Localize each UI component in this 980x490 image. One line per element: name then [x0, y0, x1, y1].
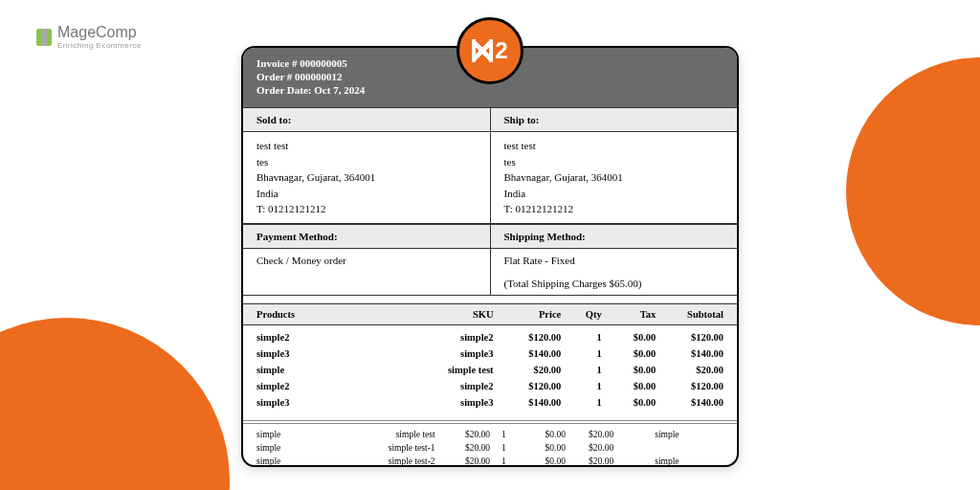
col-qty: Qty — [561, 309, 601, 320]
cell-qty: 1 — [561, 365, 601, 375]
invoice-document: Invoice # 000000005 Order # 000000012 Or… — [241, 46, 739, 467]
items-table-header: Products SKU Price Qty Tax Subtotal — [243, 303, 737, 325]
brand-name: MageComp — [57, 24, 142, 41]
brand-logo: MageComp Enriching Ecommerce — [36, 24, 142, 50]
cell-tax: $0.00 — [518, 457, 566, 466]
ship-to-name: test test — [504, 138, 724, 154]
cell-price: $20.00 — [435, 457, 490, 466]
cell-qty: 1 — [561, 348, 601, 359]
cell-product: simple2 — [256, 332, 406, 343]
col-price: Price — [494, 309, 562, 320]
payment-method-label: Payment Method: — [243, 225, 491, 248]
cell-sku: simple2 — [406, 381, 494, 391]
cell-sku: simple test — [345, 430, 434, 439]
ship-to-phone: T: 01212121212 — [504, 201, 724, 217]
sold-to-address: test test tes Bhavnagar, Gujarat, 364001… — [243, 132, 491, 223]
cell-extra: simple — [655, 430, 724, 439]
cell-qty: 1 — [561, 332, 601, 343]
cell-extra: simple — [655, 457, 724, 466]
sold-to-line2: tes — [256, 154, 477, 170]
shipping-method-label: Shipping Method: — [491, 225, 738, 248]
cell-sku: simple test-2 — [345, 457, 434, 466]
table-row: simplesimple test-2$20.001$0.00$20.00sim… — [243, 455, 737, 468]
shipping-total: (Total Shipping Charges $65.00) — [504, 278, 724, 289]
cell-sku: simple2 — [406, 332, 494, 343]
cell-sku: simple test-1 — [345, 443, 434, 453]
cell-product: simple3 — [256, 397, 406, 408]
methods-header-row: Payment Method: Shipping Method: — [243, 224, 737, 249]
cell-product: simple — [256, 430, 345, 439]
cell-price: $20.00 — [435, 430, 490, 439]
ship-to-address: test test tes Bhavnagar, Gujarat, 364001… — [491, 132, 738, 223]
cell-blank — [613, 430, 655, 439]
sold-to-country: India — [256, 186, 477, 202]
cell-tax: $0.00 — [602, 397, 657, 408]
cell-sku: simple3 — [406, 397, 494, 408]
cell-qty: 1 — [561, 397, 601, 408]
ship-to-label: Ship to: — [491, 108, 738, 131]
cell-product: simple — [256, 365, 406, 375]
cell-tax: $0.00 — [602, 365, 657, 375]
magento2-badge: 2 — [457, 17, 523, 84]
sold-to-phone: T: 01212121212 — [256, 201, 477, 217]
cell-qty: 1 — [490, 430, 518, 439]
table-row: simple2simple2$120.001$0.00$120.00 — [243, 329, 737, 345]
table-row: simplesimple test$20.001$0.00$20.00 — [243, 362, 737, 378]
ship-to-city: Bhavnagar, Gujarat, 364001 — [504, 169, 724, 186]
cell-subtotal: $140.00 — [656, 397, 724, 408]
cell-sku: simple3 — [406, 348, 494, 359]
items-table-body: simple2simple2$120.001$0.00$120.00simple… — [243, 325, 737, 414]
cell-subtotal: $20.00 — [656, 365, 724, 375]
methods-body-row: Check / Money order Flat Rate - Fixed (T… — [243, 249, 737, 296]
table-row: simplesimple test$20.001$0.00$20.00simpl… — [243, 428, 737, 441]
sold-to-name: test test — [256, 138, 477, 154]
cell-subtotal: $140.00 — [656, 348, 724, 359]
table-row: simple2simple2$120.001$0.00$120.00 — [243, 378, 737, 394]
cell-subtotal: $20.00 — [566, 443, 613, 453]
cell-qty: 1 — [490, 443, 518, 453]
col-tax: Tax — [602, 309, 657, 320]
cell-tax: $0.00 — [602, 348, 657, 359]
cell-product: simple — [256, 443, 345, 453]
decorative-circle-bottom-left — [0, 318, 230, 490]
sold-to-city: Bhavnagar, Gujarat, 364001 — [256, 169, 477, 186]
cell-price: $20.00 — [494, 365, 562, 375]
cell-tax: $0.00 — [518, 443, 566, 453]
cell-tax: $0.00 — [518, 430, 566, 439]
cell-tax: $0.00 — [602, 381, 657, 391]
cell-price: $120.00 — [494, 381, 562, 391]
order-date: Order Date: Oct 7, 2024 — [256, 84, 724, 96]
decorative-circle-top-right — [846, 57, 980, 325]
items-bottom-band: simplesimple test$20.001$0.00$20.00simpl… — [243, 420, 737, 468]
cell-qty: 1 — [490, 457, 518, 466]
cell-product: simple3 — [256, 348, 406, 359]
badge-number: 2 — [495, 37, 507, 64]
cell-price: $20.00 — [435, 443, 490, 453]
cell-product: simple2 — [256, 381, 406, 391]
cell-sku: simple test — [406, 365, 494, 375]
cell-subtotal: $20.00 — [566, 457, 613, 466]
magento-m-icon — [472, 39, 493, 62]
col-products: Products — [256, 309, 406, 320]
brand-tagline: Enriching Ecommerce — [57, 41, 142, 50]
table-row: simple3simple3$140.001$0.00$140.00 — [243, 345, 737, 362]
cell-qty: 1 — [561, 381, 601, 391]
cell-blank — [613, 443, 655, 453]
cell-price: $140.00 — [494, 397, 562, 408]
table-row: simple3simple3$140.001$0.00$140.00 — [243, 394, 737, 411]
addresses-body-row: test test tes Bhavnagar, Gujarat, 364001… — [243, 132, 737, 224]
cell-tax: $0.00 — [602, 332, 657, 343]
col-subtotal: Subtotal — [656, 309, 724, 320]
cell-subtotal: $20.00 — [566, 430, 613, 439]
cell-subtotal: $120.00 — [656, 381, 724, 391]
cell-price: $140.00 — [494, 348, 562, 359]
ship-to-country: India — [504, 186, 724, 202]
logo-mark-icon — [36, 29, 52, 46]
sold-to-label: Sold to: — [243, 108, 491, 131]
cell-price: $120.00 — [494, 332, 562, 343]
cell-subtotal: $120.00 — [656, 332, 724, 343]
cell-blank — [613, 457, 655, 466]
table-row: simplesimple test-1$20.001$0.00$20.00 — [243, 441, 737, 455]
cell-product: simple — [256, 457, 345, 466]
cell-extra — [655, 443, 724, 453]
